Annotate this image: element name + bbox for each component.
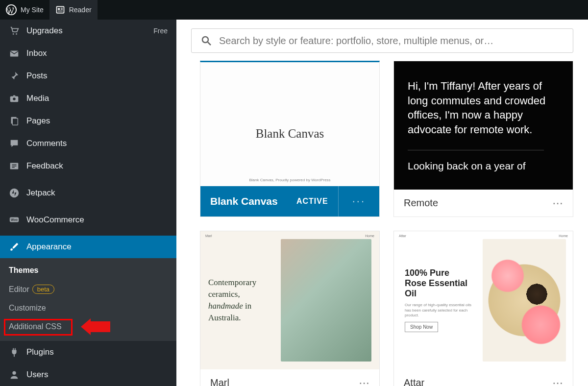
theme-more-button[interactable]: ··· xyxy=(552,380,563,386)
svg-rect-2 xyxy=(58,8,60,10)
sidebar-item-comments[interactable]: Comments xyxy=(0,132,176,155)
svg-point-17 xyxy=(10,189,19,197)
svg-line-23 xyxy=(208,42,211,45)
theme-preview: Attar Home 100% Pure Rose Essential Oil … xyxy=(394,231,573,369)
sidebar-label: Media xyxy=(26,94,49,103)
svg-rect-12 xyxy=(12,119,18,125)
topbar-reader-label: Reader xyxy=(69,6,92,14)
preview-footer: Blank Canvas, Proudly powered by WordPre… xyxy=(249,178,330,182)
theme-more-button[interactable]: ··· xyxy=(359,380,369,386)
theme-card-footer: Remote ··· xyxy=(394,190,573,217)
svg-point-21 xyxy=(12,371,16,375)
svg-point-7 xyxy=(16,33,17,35)
brush-icon xyxy=(9,241,20,252)
preview-header: Marl Home xyxy=(205,234,374,238)
comment-icon xyxy=(9,138,20,149)
sidebar-label: Pages xyxy=(26,116,50,126)
sidebar-label: Upgrades xyxy=(26,26,63,36)
theme-card-blank-canvas[interactable]: Blank Canvas Blank Canvas, Proudly power… xyxy=(200,61,380,217)
theme-card-marl[interactable]: Marl Home Contemporary ceramics, handmad… xyxy=(200,231,380,386)
sidebar-item-appearance[interactable]: Appearance xyxy=(0,236,176,258)
preview-image xyxy=(281,239,371,362)
submenu-additional-css[interactable]: Additional CSS xyxy=(0,317,176,336)
main-content: Blank Canvas Blank Canvas, Proudly power… xyxy=(176,20,588,386)
theme-card-remote[interactable]: Hi, I'm Tiffany! After years of long com… xyxy=(393,61,573,217)
theme-more-button[interactable]: ··· xyxy=(338,186,379,217)
beta-badge: beta xyxy=(32,285,54,294)
sidebar-label: Inbox xyxy=(26,48,47,58)
reader-icon xyxy=(55,5,65,15)
sidebar-label: Posts xyxy=(26,71,48,81)
appearance-submenu: Themes Editor beta Customize Additional … xyxy=(0,258,176,341)
preview-title: Blank Canvas xyxy=(256,127,324,141)
theme-card-footer: Blank Canvas ACTIVE ··· xyxy=(200,186,379,217)
free-badge: Free xyxy=(153,27,168,35)
theme-card-attar[interactable]: Attar Home 100% Pure Rose Essential Oil … xyxy=(393,231,573,386)
pages-icon xyxy=(9,116,20,126)
topbar-mysite-label: My Site xyxy=(21,6,44,14)
sidebar-label: Feedback xyxy=(26,161,63,171)
preview-desc: Our range of high-quality essential oils… xyxy=(405,303,473,318)
sidebar-label: Comments xyxy=(26,139,67,148)
theme-name: Attar xyxy=(404,377,424,386)
sidebar-item-pages[interactable]: Pages xyxy=(0,110,176,132)
sidebar-item-media[interactable]: Media xyxy=(0,87,176,110)
preview-title: 100% Pure Rose Essential Oil xyxy=(405,268,473,299)
theme-preview: Blank Canvas Blank Canvas, Proudly power… xyxy=(200,62,379,186)
svg-rect-1 xyxy=(56,6,64,13)
submenu-customize[interactable]: Customize xyxy=(0,299,176,317)
woocommerce-icon: Woo xyxy=(9,215,20,225)
sidebar-item-inbox[interactable]: Inbox xyxy=(0,42,176,65)
search-input[interactable] xyxy=(219,35,564,47)
mail-icon xyxy=(9,48,20,59)
theme-more-button[interactable]: ··· xyxy=(552,200,563,206)
sidebar-label: Users xyxy=(26,370,48,380)
user-icon xyxy=(9,369,20,380)
topbar-mysite[interactable]: My Site xyxy=(0,0,49,20)
theme-name: Blank Canvas xyxy=(210,195,278,207)
preview-headline: Hi, I'm Tiffany! After years of long com… xyxy=(408,79,559,137)
jetpack-icon xyxy=(9,188,20,198)
sidebar-item-plugins[interactable]: Plugins xyxy=(0,341,176,363)
submenu-editor[interactable]: Editor beta xyxy=(0,280,176,299)
sidebar-item-woocommerce[interactable]: Woo WooCommerce xyxy=(0,209,176,231)
pin-icon xyxy=(9,71,20,81)
preview-header: Attar Home xyxy=(399,234,568,238)
theme-name: Marl xyxy=(210,377,229,386)
wordpress-icon xyxy=(6,4,17,15)
sidebar-item-jetpack[interactable]: Jetpack xyxy=(0,182,176,204)
preview-tagline: Contemporary ceramics, handmade in Austr… xyxy=(208,277,274,323)
preview-cta: Shop Now xyxy=(405,322,438,332)
preview-subline: Looking back on a year of xyxy=(408,160,526,172)
preview-divider xyxy=(408,150,544,150)
theme-card-footer: Marl ··· xyxy=(200,369,379,386)
sidebar-item-users[interactable]: Users xyxy=(0,363,176,386)
topbar-reader[interactable]: Reader xyxy=(49,0,98,20)
plug-icon xyxy=(9,347,20,358)
submenu-themes[interactable]: Themes xyxy=(0,261,176,280)
admin-topbar: My Site Reader xyxy=(0,0,588,20)
theme-search[interactable] xyxy=(191,28,573,53)
theme-preview: Hi, I'm Tiffany! After years of long com… xyxy=(394,61,573,190)
preview-image xyxy=(483,239,566,362)
sidebar-item-feedback[interactable]: Feedback xyxy=(0,155,176,177)
svg-point-10 xyxy=(13,97,16,100)
cart-icon xyxy=(9,25,20,36)
sidebar-item-posts[interactable]: Posts xyxy=(0,65,176,87)
svg-point-22 xyxy=(202,37,208,43)
search-icon xyxy=(200,35,212,47)
theme-preview: Marl Home Contemporary ceramics, handmad… xyxy=(200,231,379,369)
theme-card-footer: Attar ··· xyxy=(394,369,573,386)
sidebar-label: Plugins xyxy=(26,347,54,357)
admin-sidebar: Upgrades Free Inbox Posts Media Pa xyxy=(0,20,176,386)
sidebar-label: Jetpack xyxy=(26,188,55,198)
annotation-arrow xyxy=(81,318,110,335)
sidebar-item-upgrades[interactable]: Upgrades Free xyxy=(0,20,176,42)
theme-name: Remote xyxy=(404,197,438,209)
camera-icon xyxy=(9,93,20,104)
feedback-icon xyxy=(9,161,20,171)
sidebar-label: WooCommerce xyxy=(26,215,84,225)
svg-point-6 xyxy=(13,33,14,35)
sidebar-label: Appearance xyxy=(26,242,72,252)
active-badge: ACTIVE xyxy=(296,197,328,206)
